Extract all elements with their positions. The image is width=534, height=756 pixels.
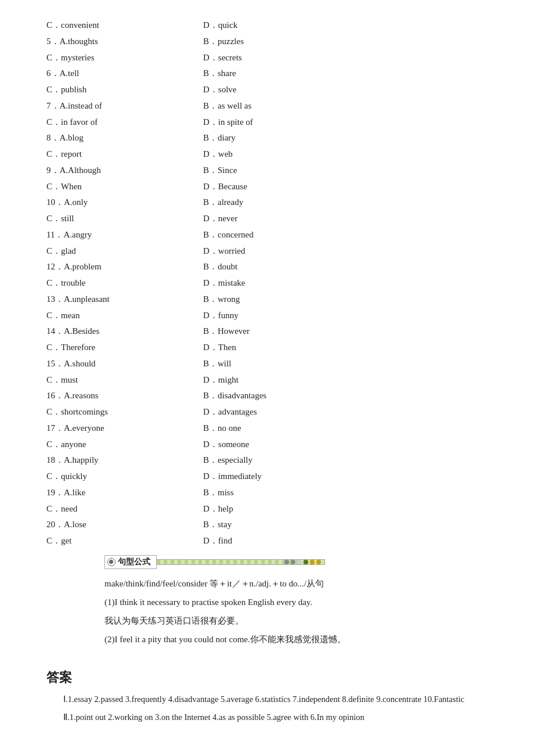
mc-row: C．anyone D．someone <box>46 437 499 453</box>
mc-left: 9．A.Although <box>46 163 203 179</box>
mc-row: 16．A.reasons B．disadvantages <box>46 388 499 404</box>
mc-right: B．stay <box>203 517 499 533</box>
mc-left: 7．A.instead of <box>46 98 203 114</box>
mc-right: B．will <box>203 356 499 372</box>
mc-right: B．doubt <box>203 259 499 275</box>
mc-left: C．still <box>46 211 203 227</box>
mc-right: D．solve <box>203 82 499 98</box>
answer-row2: Ⅱ.1.point out 2.working on 3.on the Inte… <box>46 709 499 726</box>
mc-row: 17．A.everyone B．no one <box>46 420 499 437</box>
mc-row: C．Therefore D．Then <box>46 340 499 356</box>
mc-row: C．mysteries D．secrets <box>46 50 499 66</box>
mc-right: D．advantages <box>203 404 499 420</box>
mc-left: C．anyone <box>46 437 203 453</box>
mc-left: C．glad <box>46 243 203 260</box>
mc-left: 19．A.like <box>46 485 203 501</box>
mc-row: C．still D．never <box>46 211 499 227</box>
mc-right: D．worried <box>203 243 499 260</box>
mc-right: B．puzzles <box>203 34 499 50</box>
mc-row: C．shortcomings D．advantages <box>46 404 499 420</box>
mc-row: C．publish D．solve <box>46 82 499 98</box>
mc-row: 20．A.lose B．stay <box>46 517 499 533</box>
mc-row: C．quickly D．immediately <box>46 469 499 485</box>
mc-row: C．report D．web <box>46 146 499 163</box>
mc-right: D．find <box>203 533 499 549</box>
mc-left: C．convenient <box>46 17 203 34</box>
answer-section: 答案 Ⅰ.1.essay 2.passed 3.frequently 4.dis… <box>46 669 499 726</box>
formula-line4: (2)I feel it a pity that you could not c… <box>104 631 499 648</box>
mc-left: C．publish <box>46 82 203 98</box>
mc-left: 12．A.problem <box>46 259 203 275</box>
mc-left: C．need <box>46 501 203 517</box>
mc-right: B．However <box>203 323 499 340</box>
mc-left: C．mean <box>46 308 203 324</box>
mc-right: B．concerned <box>203 227 499 243</box>
mc-row: 11．A.angry B．concerned <box>46 227 499 243</box>
pattern-label: 句型公式 <box>104 555 157 569</box>
mc-left: C．quickly <box>46 469 203 485</box>
dot5 <box>310 560 315 564</box>
mc-row: 19．A.like B．miss <box>46 485 499 501</box>
mc-right: B．already <box>203 195 499 211</box>
pattern-dots <box>284 560 321 564</box>
mc-row: C．in favor of D．in spite of <box>46 114 499 131</box>
mc-row: C．get D．find <box>46 533 499 549</box>
mc-row: 12．A.problem B．doubt <box>46 259 499 275</box>
mc-left: 11．A.angry <box>46 227 203 243</box>
mc-right: D．quick <box>203 17 499 34</box>
mc-row: 7．A.instead of B．as well as <box>46 98 499 114</box>
mc-left: C．get <box>46 533 203 549</box>
mc-left: 10．A.only <box>46 195 203 211</box>
mc-row: 8．A.blog B．diary <box>46 130 499 146</box>
mc-left: 13．A.unpleasant <box>46 291 203 308</box>
mc-right: B．diary <box>203 130 499 146</box>
mc-row: 10．A.only B．already <box>46 195 499 211</box>
mc-left: 18．A.happily <box>46 452 203 469</box>
mc-left: 15．A.should <box>46 356 203 372</box>
mc-right: D．secrets <box>203 50 499 66</box>
mc-left: C．Therefore <box>46 340 203 356</box>
dot4 <box>304 560 308 564</box>
mc-left: C．mysteries <box>46 50 203 66</box>
mc-row: C．When D．Because <box>46 179 499 195</box>
mc-row: C．trouble D．mistake <box>46 275 499 291</box>
mc-row: 13．A.unpleasant B．wrong <box>46 291 499 308</box>
mc-left: C．in favor of <box>46 114 203 131</box>
mc-left: C．trouble <box>46 275 203 291</box>
mc-left: 14．A.Besides <box>46 323 203 340</box>
dot1 <box>284 560 289 564</box>
answer-row1: Ⅰ.1.essay 2.passed 3.frequently 4.disadv… <box>46 691 499 708</box>
mc-row: C．must D．might <box>46 372 499 388</box>
mc-right: D．Because <box>203 179 499 195</box>
mc-left: C．When <box>46 179 203 195</box>
mc-right: B．wrong <box>203 291 499 308</box>
mc-right: D．Then <box>203 340 499 356</box>
mc-row: 6．A.tell B．share <box>46 66 499 82</box>
mc-row: C．need D．help <box>46 501 499 517</box>
mc-right: B．share <box>203 66 499 82</box>
formula-line3: 我认为每天练习英语口语很有必要。 <box>104 612 499 629</box>
mc-right: B．disadvantages <box>203 388 499 404</box>
mc-left: C．must <box>46 372 203 388</box>
mc-right: B．no one <box>203 420 499 437</box>
mc-left: 5．A.thoughts <box>46 34 203 50</box>
mc-right: D．might <box>203 372 499 388</box>
mc-right: D．immediately <box>203 469 499 485</box>
mc-right: B．Since <box>203 163 499 179</box>
mc-row: 5．A.thoughts B．puzzles <box>46 34 499 50</box>
answer-row2-text: Ⅱ.1.point out 2.working on 3.on the Inte… <box>63 712 365 722</box>
formula-line2: (1)I think it necessary to practise spok… <box>104 593 499 611</box>
mc-right: D．funny <box>203 308 499 324</box>
mc-row: 14．A.Besides B．However <box>46 323 499 340</box>
dot3 <box>297 560 302 564</box>
mc-right: B．as well as <box>203 98 499 114</box>
answer-row1-text: Ⅰ.1.essay 2.passed 3.frequently 4.disadv… <box>63 694 464 704</box>
mc-right: D．mistake <box>203 275 499 291</box>
mc-left: C．shortcomings <box>46 404 203 420</box>
multiple-choice-section: C．convenient D．quick 5．A.thoughts B．puzz… <box>46 17 499 549</box>
mc-left: C．report <box>46 146 203 163</box>
pattern-bar <box>157 559 325 565</box>
mc-right: D．never <box>203 211 499 227</box>
mc-right: B．especially <box>203 452 499 469</box>
mc-row: C．mean D．funny <box>46 308 499 324</box>
